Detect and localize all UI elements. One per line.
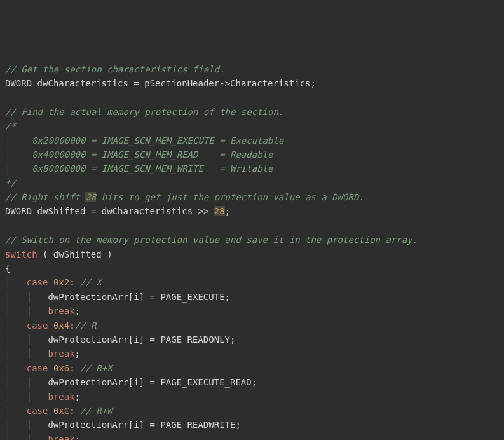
semicolon: ; (311, 78, 316, 88)
case-keyword: case (27, 277, 48, 287)
shift-operator: >> (198, 206, 209, 216)
case-keyword: case (27, 320, 48, 331)
code-line: │ │ dwProtectionArr[i] = PAGE_EXECUTE_RE… (5, 375, 499, 389)
code-line: │ 0x80000000 = IMAGE_SCN_MEM_WRITE = Wri… (5, 162, 499, 175)
comment-text: // R+X (80, 363, 112, 373)
code-line: { (5, 261, 499, 275)
code-line: │ case 0xC: // R+W (5, 404, 499, 418)
space (48, 406, 53, 416)
hex-literal: 0xC (53, 406, 69, 416)
code-line: // Find the actual memory protection of … (5, 105, 499, 119)
code-line: switch ( dwShifted ) (5, 247, 499, 261)
indent-guide: │ │ (5, 434, 48, 440)
space (208, 206, 214, 216)
indent-guide: │ (5, 320, 27, 331)
code-editor[interactable]: // Get the section characteristics field… (5, 62, 499, 440)
identifier-token: dwCharacteristics (102, 206, 193, 216)
space (75, 277, 80, 287)
comment-text: 0x20000000 = IMAGE_SCN_MEM_EXECUTE = Exe… (10, 135, 283, 146)
space (48, 277, 53, 287)
statement: dwProtectionArr[i] = PAGE_EXECUTE; (48, 292, 230, 302)
semicolon: ; (75, 348, 80, 359)
colon: : (69, 363, 74, 373)
code-line: │ case 0x2: // X (5, 275, 499, 289)
code-line: */ (5, 176, 499, 190)
space (139, 78, 144, 88)
semicolon: ; (75, 306, 80, 316)
operator-token: = (133, 78, 139, 88)
type-token: DWORD (5, 78, 32, 88)
colon: : (69, 406, 74, 416)
indent-guide: │ (5, 277, 27, 287)
case-keyword: case (27, 406, 48, 416)
break-keyword: break (48, 392, 74, 402)
comment-text: 0x40000000 = IMAGE_SCN_MEM_READ = Readab… (10, 149, 273, 160)
hex-literal: 0x2 (53, 277, 69, 287)
indent-guide: │ │ (5, 392, 48, 402)
switch-keyword: switch (5, 249, 37, 259)
indent-guide: │ (5, 363, 27, 373)
code-line: DWORD dwCharacteristics = pSectionHeader… (5, 76, 499, 90)
indent-guide: │ │ (5, 348, 48, 359)
identifier-token: pSectionHeader (144, 78, 219, 88)
comment-text: // Right shift (5, 192, 85, 202)
highlighted-text: 28 (85, 192, 96, 202)
code-line: │ │ break; (5, 304, 499, 318)
space (85, 206, 90, 216)
space (75, 363, 80, 373)
code-line: // Switch on the memory protection value… (5, 233, 499, 247)
comment-text: // Switch on the memory protection value… (5, 235, 418, 245)
comment-text: // Get the section characteristics field… (5, 64, 225, 74)
brace-open: { (5, 263, 10, 273)
comment-open: /* (5, 121, 16, 131)
semicolon: ; (75, 434, 80, 440)
type-token: DWORD (5, 206, 32, 216)
variable-token: dwShifted (37, 206, 86, 216)
indent-guide: │ │ (5, 306, 48, 316)
break-keyword: break (48, 306, 74, 316)
space (48, 320, 53, 331)
break-keyword: break (48, 348, 74, 359)
code-line: │ │ dwProtectionArr[i] = PAGE_READWRITE; (5, 418, 499, 432)
hex-literal: 0x4 (53, 320, 69, 331)
code-line: │ │ dwProtectionArr[i] = PAGE_READONLY; (5, 333, 499, 347)
comment-text: 0x80000000 = IMAGE_SCN_MEM_WRITE = Writa… (10, 163, 273, 174)
colon: : (69, 320, 74, 331)
hex-literal: 0x6 (53, 363, 69, 373)
colon: : (69, 277, 74, 287)
break-keyword: break (48, 434, 74, 440)
code-line: DWORD dwShifted = dwCharacteristics >> 2… (5, 204, 499, 218)
indent-guide: │ │ (5, 334, 48, 345)
comment-text: bits to get just the protection value as… (96, 192, 364, 202)
indent-guide: │ │ (5, 420, 48, 430)
code-line: │ 0x20000000 = IMAGE_SCN_MEM_EXECUTE = E… (5, 134, 499, 148)
comment-text: // R+W (80, 406, 112, 416)
blank-line (5, 90, 499, 104)
space (75, 406, 80, 416)
comment-text: // R (75, 320, 97, 331)
code-line: // Get the section characteristics field… (5, 62, 499, 76)
code-line: │ │ dwProtectionArr[i] = PAGE_EXECUTE; (5, 290, 499, 304)
semicolon: ; (225, 206, 230, 216)
switch-condition: ( dwShifted ) (37, 249, 112, 259)
code-line: │ │ break; (5, 432, 499, 440)
comment-text: // Find the actual memory protection of … (5, 107, 283, 117)
case-keyword: case (27, 363, 48, 373)
space (96, 206, 101, 216)
space (32, 78, 37, 88)
variable-token: dwCharacteristics (37, 78, 128, 88)
statement: dwProtectionArr[i] = PAGE_READWRITE; (48, 420, 240, 430)
blank-line (5, 219, 499, 233)
indent-guide: │ (5, 406, 27, 416)
comment-close: */ (5, 178, 16, 188)
statement: dwProtectionArr[i] = PAGE_EXECUTE_READ; (48, 377, 257, 387)
code-line: /* (5, 119, 499, 133)
code-line: // Right shift 28 bits to get just the p… (5, 190, 499, 204)
space (32, 206, 37, 216)
comment-text: // X (80, 277, 102, 287)
space (193, 206, 198, 216)
arrow-operator: -> (219, 78, 230, 88)
code-line: │ case 0x4:// R (5, 319, 499, 333)
number-token: 28 (214, 206, 225, 216)
space (48, 363, 53, 373)
